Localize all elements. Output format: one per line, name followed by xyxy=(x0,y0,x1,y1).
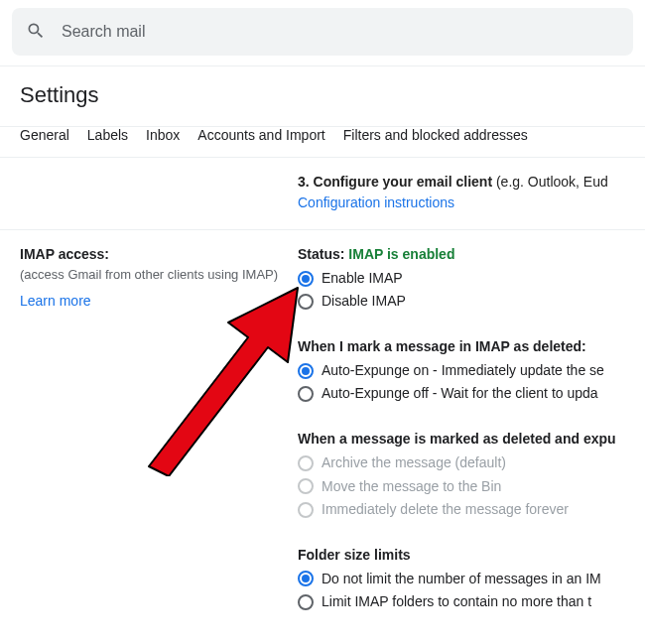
radio-icon xyxy=(298,386,314,402)
delete-forever-option[interactable]: Immediately delete the message forever xyxy=(298,499,645,521)
auto-expunge-on-label: Auto-Expunge on - Immediately update the… xyxy=(322,360,604,382)
imap-access-heading: IMAP access: xyxy=(20,244,298,265)
tab-labels[interactable]: Labels xyxy=(87,127,128,143)
radio-icon xyxy=(298,571,314,586)
imap-access-section: IMAP access: (access Gmail from other cl… xyxy=(0,229,645,613)
radio-icon xyxy=(298,271,314,287)
page-title: Settings xyxy=(0,66,645,126)
expunged-behavior-heading: When a message is marked as deleted and … xyxy=(298,429,645,451)
status-label: Status: xyxy=(298,246,348,262)
archive-message-label: Archive the message (default) xyxy=(322,452,506,474)
auto-expunge-on-option[interactable]: Auto-Expunge on - Immediately update the… xyxy=(298,360,645,382)
enable-imap-label: Enable IMAP xyxy=(322,268,403,290)
imap-status: Status: IMAP is enabled xyxy=(298,244,645,266)
configure-step-label: 3. Configure your email client xyxy=(298,174,492,190)
configure-client-section: 3. Configure your email client (e.g. Out… xyxy=(0,158,645,229)
settings-tabs: General Labels Inbox Accounts and Import… xyxy=(0,127,645,157)
tab-inbox[interactable]: Inbox xyxy=(146,127,180,143)
status-value: IMAP is enabled xyxy=(348,246,454,262)
disable-imap-option[interactable]: Disable IMAP xyxy=(298,291,645,313)
folder-limits-heading: Folder size limits xyxy=(298,545,645,567)
search-icon xyxy=(26,21,46,44)
radio-icon xyxy=(298,502,314,518)
imap-access-right: Status: IMAP is enabled Enable IMAP Disa… xyxy=(298,244,645,613)
imap-access-sub: (access Gmail from other clients using I… xyxy=(20,265,298,285)
archive-message-option[interactable]: Archive the message (default) xyxy=(298,452,645,474)
enable-imap-option[interactable]: Enable IMAP xyxy=(298,268,645,290)
radio-icon xyxy=(298,478,314,494)
delete-behavior-heading: When I mark a message in IMAP as deleted… xyxy=(298,336,645,358)
move-to-bin-option[interactable]: Move the message to the Bin xyxy=(298,476,645,498)
delete-forever-label: Immediately delete the message forever xyxy=(322,499,569,521)
search-placeholder: Search mail xyxy=(62,23,145,41)
imap-access-left: IMAP access: (access Gmail from other cl… xyxy=(0,244,298,613)
auto-expunge-off-label: Auto-Expunge off - Wait for the client t… xyxy=(322,383,598,405)
tab-general[interactable]: General xyxy=(20,127,69,143)
radio-icon xyxy=(298,594,314,610)
no-limit-label: Do not limit the number of messages in a… xyxy=(322,569,601,590)
search-bar[interactable]: Search mail xyxy=(12,8,633,56)
tab-accounts-import[interactable]: Accounts and Import xyxy=(197,127,324,143)
configuration-instructions-link[interactable]: Configuration instructions xyxy=(298,193,645,213)
disable-imap-label: Disable IMAP xyxy=(322,291,406,313)
limit-folders-option[interactable]: Limit IMAP folders to contain no more th… xyxy=(298,591,645,613)
auto-expunge-off-option[interactable]: Auto-Expunge off - Wait for the client t… xyxy=(298,383,645,405)
radio-icon xyxy=(298,363,314,379)
radio-icon xyxy=(298,294,314,310)
limit-folders-label: Limit IMAP folders to contain no more th… xyxy=(322,591,591,613)
radio-icon xyxy=(298,455,314,471)
tab-filters-blocked[interactable]: Filters and blocked addresses xyxy=(343,127,528,143)
no-limit-option[interactable]: Do not limit the number of messages in a… xyxy=(298,569,645,590)
move-to-bin-label: Move the message to the Bin xyxy=(322,476,501,498)
learn-more-link[interactable]: Learn more xyxy=(20,291,298,312)
configure-step-rest: (e.g. Outlook, Eud xyxy=(492,174,608,190)
